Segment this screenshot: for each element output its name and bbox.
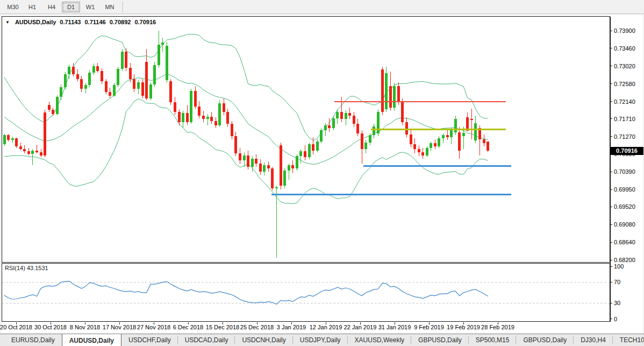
tab-dj30-h4[interactable]: DJ30,H4 [574,334,613,346]
chart-dropdown-icon[interactable]: ▼ [5,20,10,25]
price-axis-label: 0.71270 [614,133,635,140]
current-price-badge: 0.70916 [610,147,643,155]
price-axis-label: 0.73020 [614,63,635,69]
tab-usdcnh-daily[interactable]: USDCNH,Daily [235,334,292,346]
rsi-indicator-label: RSI(14) 43.1531 [5,265,48,271]
tab-tech100-i[interactable]: TECH100,I [613,334,644,346]
price-axis-label: 0.73900 [614,27,635,34]
tab-usdchf-daily[interactable]: USDCHF,Daily [121,334,178,346]
ohlc-close: 0.70916 [134,19,156,25]
ohlc-open: 0.71143 [60,19,81,25]
price-axis-label: 0.70390 [614,168,635,175]
price-axis-label: 0.68200 [614,257,635,263]
tab-audusd-daily[interactable]: AUDUSD,Daily [62,334,121,346]
price-axis-label: 0.69520 [614,203,635,210]
symbol-tab-bar: EURUSD,DailyAUDUSD,DailyUSDCHF,DailyUSDC… [0,334,644,346]
price-chart-canvas[interactable] [0,0,644,346]
chart-symbol-period: AUDUSD,Daily [15,19,56,25]
tab-usdjpy-daily[interactable]: USDJPY,Daily [293,334,348,346]
price-axis-label: 0.71710 [614,116,635,122]
rsi-plot-frame [2,264,610,322]
price-axis-label: 0.68640 [614,239,635,245]
price-axis-label: 0.69950 [614,186,635,193]
date-axis-label: 28 Feb 2019 [473,324,523,330]
price-axis-label: 0.69080 [614,221,635,228]
rsi-axis-label: 70 [614,279,620,285]
rsi-axis-label: 30 [614,300,620,306]
price-axis-label: 0.73460 [614,45,635,52]
price-axis-label: 0.72140 [614,98,635,105]
chart-title: ▼AUDUSD,Daily0.711430.711460.708920.7091… [5,19,156,25]
rsi-axis-label: 0 [614,316,617,322]
tab-gbpusd-daily[interactable]: GBPUSD,Daily [516,334,574,346]
tab-gbpusd-daily[interactable]: GBPUSD,Daily [411,334,469,346]
tab-sp500-m15[interactable]: SP500,M15 [469,334,517,346]
mt4-window: M30H1H4D1W1MN ▼AUDUSD,Daily0.711430.7114… [0,0,644,346]
rsi-axis-label: 100 [614,263,624,270]
tab-eurusd-daily[interactable]: EURUSD,Daily [4,334,62,346]
main-plot-frame [2,17,610,263]
tab-xauusd-weekly[interactable]: XAUUSD,Weekly [348,334,411,346]
tab-usdcad-daily[interactable]: USDCAD,Daily [178,334,235,346]
ohlc-low: 0.70892 [110,19,131,25]
ohlc-high: 0.71146 [84,19,105,25]
price-axis-label: 0.72580 [614,81,635,87]
